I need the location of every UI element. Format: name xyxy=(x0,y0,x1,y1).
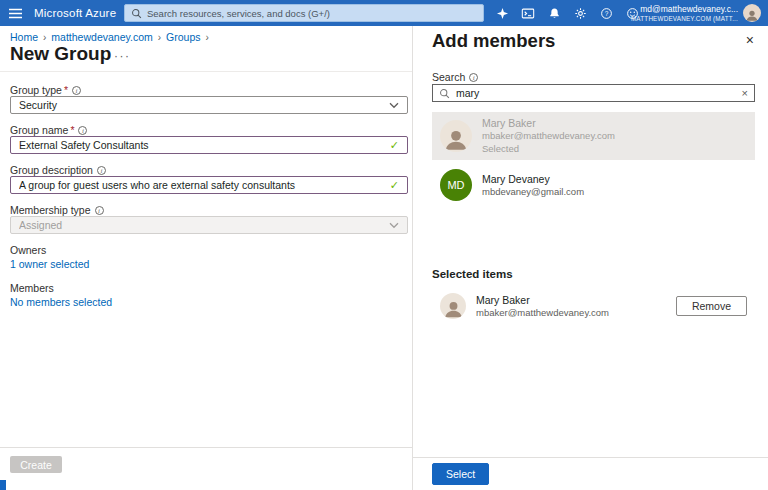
bottom-left-accent xyxy=(0,480,6,490)
clear-search-icon[interactable]: × xyxy=(742,88,748,99)
result-name: Mary Devaney xyxy=(482,172,584,186)
breadcrumb-tenant[interactable]: matthewdevaney.com xyxy=(51,31,152,43)
copilot-icon[interactable] xyxy=(494,5,510,21)
chevron-down-icon xyxy=(389,102,399,109)
members-label: Members xyxy=(10,282,54,294)
search-icon xyxy=(131,8,142,19)
select-button[interactable]: Select xyxy=(432,463,489,485)
group-description-label: Group descriptioni xyxy=(10,164,106,176)
azure-portal-window: Microsoft Azure ? xyxy=(0,0,768,490)
panel-title: Add members xyxy=(432,30,555,52)
group-type-label: Group type*i xyxy=(10,84,81,96)
owners-selected-link[interactable]: 1 owner selected xyxy=(10,258,89,270)
membership-type-select: Assigned xyxy=(10,216,408,234)
brand[interactable]: Microsoft Azure xyxy=(34,0,116,26)
group-description-input[interactable]: A group for guest users who are external… xyxy=(10,176,408,194)
selected-item-email: mbaker@matthewdevaney.com xyxy=(476,307,609,320)
breadcrumb: Home›matthewdevaney.com›Groups› xyxy=(10,31,214,43)
search-result-mary-devaney[interactable]: MD Mary Devaney mbdevaney@gmail.com xyxy=(432,164,755,206)
global-search[interactable] xyxy=(124,4,484,22)
search-label: Searchi xyxy=(432,71,478,83)
remove-button[interactable]: Remove xyxy=(676,296,747,316)
breadcrumb-groups[interactable]: Groups xyxy=(166,31,200,43)
mary-baker-avatar xyxy=(440,293,466,319)
close-icon[interactable]: × xyxy=(746,33,754,47)
required-marker: * xyxy=(70,124,74,136)
membership-type-label: Membership typei xyxy=(10,204,104,216)
info-icon[interactable]: i xyxy=(72,86,81,95)
owners-label: Owners xyxy=(10,244,46,256)
info-icon[interactable]: i xyxy=(95,206,104,215)
settings-icon[interactable] xyxy=(572,5,588,21)
required-marker: * xyxy=(64,84,68,96)
new-group-pane: Home›matthewdevaney.com›Groups› New Grou… xyxy=(0,26,412,490)
valid-check-icon: ✓ xyxy=(390,179,399,192)
result-text: Mary Devaney mbdevaney@gmail.com xyxy=(482,172,584,199)
notifications-icon[interactable] xyxy=(546,5,562,21)
panel-footer: Select xyxy=(413,457,768,490)
page-title: New Group xyxy=(10,43,111,65)
result-status: Selected xyxy=(482,143,615,156)
portal-menu-icon[interactable] xyxy=(9,8,22,19)
mary-baker-avatar xyxy=(440,120,472,152)
more-menu-icon[interactable]: ··· xyxy=(114,49,131,63)
top-icons: ? xyxy=(494,0,640,26)
group-name-input[interactable]: External Safety Consultants ✓ xyxy=(10,136,408,154)
group-name-label: Group name*i xyxy=(10,124,87,136)
info-icon[interactable]: i xyxy=(97,166,106,175)
selected-item-mary-baker: Mary Baker mbaker@matthewdevaney.com Rem… xyxy=(432,288,755,324)
create-button[interactable]: Create xyxy=(10,456,62,473)
member-search-box[interactable]: × xyxy=(432,84,755,102)
account-info[interactable]: md@matthewdevaney.c... MATTHEWDEVANEY.CO… xyxy=(631,4,738,23)
title-divider xyxy=(0,71,412,72)
result-email: mbaker@matthewdevaney.com xyxy=(482,130,615,143)
info-icon[interactable]: i xyxy=(469,73,478,82)
members-selected-link[interactable]: No members selected xyxy=(10,296,112,308)
result-name: Mary Baker xyxy=(482,116,615,130)
info-icon[interactable]: i xyxy=(78,126,87,135)
selected-items-heading: Selected items xyxy=(432,268,513,280)
help-icon[interactable]: ? xyxy=(598,5,614,21)
user-avatar[interactable] xyxy=(743,4,761,22)
result-email: mbdevaney@gmail.com xyxy=(482,186,584,199)
account-tenant: MATTHEWDEVANEY.COM (MATT... xyxy=(631,15,738,23)
account-email: md@matthewdevaney.c... xyxy=(631,4,738,15)
top-bar: Microsoft Azure ? xyxy=(0,0,768,26)
breadcrumb-home[interactable]: Home xyxy=(10,31,38,43)
valid-check-icon: ✓ xyxy=(390,139,399,152)
breadcrumb-separator: › xyxy=(153,32,166,43)
result-text: Mary Baker mbaker@matthewdevaney.com Sel… xyxy=(482,116,615,156)
breadcrumb-separator: › xyxy=(38,32,51,43)
chevron-down-icon xyxy=(389,222,399,229)
breadcrumb-separator: › xyxy=(201,32,214,43)
cloud-shell-icon[interactable] xyxy=(520,5,536,21)
left-pane-footer: Create xyxy=(0,447,412,490)
selected-item-text: Mary Baker mbaker@matthewdevaney.com xyxy=(476,293,609,320)
global-search-input[interactable] xyxy=(147,8,477,19)
member-search-input[interactable] xyxy=(456,87,736,99)
svg-text:?: ? xyxy=(604,9,608,16)
search-result-mary-baker: Mary Baker mbaker@matthewdevaney.com Sel… xyxy=(432,112,755,160)
add-members-panel: Add members × Searchi × Mary Baker mbake… xyxy=(412,26,768,490)
search-icon xyxy=(439,88,450,99)
group-type-select[interactable]: Security xyxy=(10,96,408,114)
mary-devaney-avatar: MD xyxy=(440,169,472,201)
selected-item-name: Mary Baker xyxy=(476,293,609,307)
